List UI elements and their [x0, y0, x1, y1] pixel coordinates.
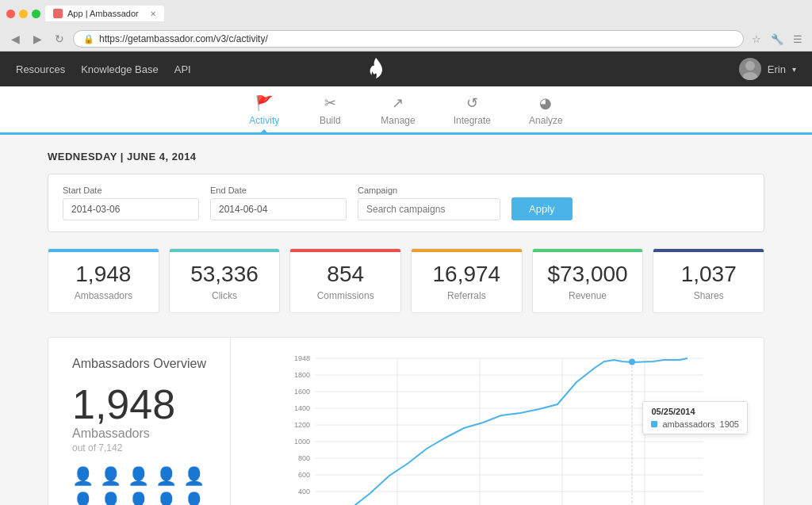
app-container: Resources Knowledge Base API Erin ▾ 🚩 Ac… [0, 52, 812, 505]
nav-tabs: 🚩 Activity ✂ Build ↗ Manage ↺ Integrate … [230, 86, 581, 132]
minimize-dot[interactable] [19, 10, 28, 18]
apply-button[interactable]: Apply [511, 197, 573, 220]
end-date-input[interactable] [210, 198, 347, 220]
user-avatar [739, 58, 761, 80]
tab-activity-label: Activity [249, 115, 279, 126]
url-text: https://getambassador.com/v3/c/activity/ [99, 33, 268, 44]
start-date-field: Start Date [63, 186, 199, 220]
start-date-input[interactable] [63, 198, 199, 220]
date-header: WEDNESDAY | JUNE 4, 2014 [48, 151, 764, 163]
stats-row: 1,948 Ambassadors 53,336 Clicks 854 Comm… [48, 248, 764, 313]
forward-button[interactable]: ▶ [29, 30, 46, 48]
ambassadors-value: 1,948 [58, 262, 149, 287]
top-nav: Resources Knowledge Base API Erin ▾ [0, 52, 812, 86]
integrate-icon: ↺ [466, 94, 478, 112]
svg-text:1800: 1800 [294, 371, 310, 379]
end-date-label: End Date [210, 186, 347, 195]
refresh-button[interactable]: ↻ [51, 30, 68, 48]
tab-favicon [53, 9, 63, 18]
knowledge-base-link[interactable]: Knowledge Base [81, 63, 159, 75]
back-button[interactable]: ◀ [6, 30, 24, 48]
person-icon-9: 👤 [155, 492, 177, 505]
tab-title: App | Ambassador [67, 9, 139, 18]
svg-text:1200: 1200 [294, 421, 310, 429]
browser-chrome: App | Ambassador ✕ ◀ ▶ ↻ 🔒 https://getam… [0, 0, 812, 52]
svg-point-34 [629, 359, 635, 365]
browser-toolbar: ◀ ▶ ↻ 🔒 https://getambassador.com/v3/c/a… [0, 27, 812, 51]
stat-ambassadors: 1,948 Ambassadors [48, 248, 159, 313]
extensions-button[interactable]: 🔧 [769, 31, 785, 47]
new-tab-button[interactable] [172, 5, 196, 22]
stat-revenue: $73,000 Revenue [532, 248, 644, 313]
maximize-dot[interactable] [32, 10, 40, 18]
activity-icon: 🚩 [255, 94, 273, 112]
campaign-field: Campaign [358, 186, 500, 220]
overview-left: Ambassadors Overview 1,948 Ambassadors o… [48, 338, 231, 505]
person-icon-4: 👤 [155, 466, 177, 487]
stat-referrals: 16,974 Referrals [411, 248, 523, 313]
campaign-input[interactable] [358, 198, 500, 220]
menu-button[interactable]: ☰ [790, 31, 806, 47]
person-icon-7: 👤 [100, 492, 121, 505]
tab-integrate[interactable]: ↺ Integrate [435, 86, 510, 132]
person-icon-6: 👤 [72, 492, 94, 505]
tooltip-value: 1905 [720, 419, 739, 429]
tab-close-button[interactable]: ✕ [150, 10, 156, 18]
svg-text:1400: 1400 [294, 404, 310, 412]
analyze-icon: ◕ [539, 94, 552, 112]
referrals-label: Referrals [421, 290, 512, 301]
stat-shares: 1,037 Shares [653, 248, 764, 313]
stat-commissions: 854 Commissions [289, 248, 401, 313]
user-menu[interactable]: Erin ▾ [739, 58, 796, 80]
start-date-label: Start Date [63, 186, 199, 195]
commissions-label: Commissions [300, 290, 391, 301]
stat-clicks: 53,336 Clicks [169, 248, 281, 313]
shares-value: 1,037 [663, 262, 754, 287]
commissions-value: 854 [300, 262, 391, 287]
svg-text:1000: 1000 [294, 438, 310, 446]
campaign-label: Campaign [358, 186, 500, 195]
user-chevron-icon: ▾ [792, 65, 796, 74]
user-name: Erin [768, 63, 786, 75]
url-bar[interactable]: 🔒 https://getambassador.com/v3/c/activit… [73, 30, 744, 48]
ssl-icon: 🔒 [83, 34, 94, 44]
tab-analyze[interactable]: ◕ Analyze [510, 86, 582, 132]
overview-sub-label: Ambassadors [72, 427, 206, 441]
main-nav: 🚩 Activity ✂ Build ↗ Manage ↺ Integrate … [0, 86, 812, 135]
browser-tab[interactable]: App | Ambassador ✕ [45, 6, 164, 21]
person-icon-1: 👤 [72, 466, 94, 487]
tooltip-date: 05/25/2014 [651, 407, 739, 416]
clicks-value: 53,336 [179, 262, 270, 287]
manage-icon: ↗ [392, 94, 404, 112]
star-button[interactable]: ☆ [749, 31, 764, 47]
overview-big-number: 1,948 [72, 384, 206, 425]
overview-section: Ambassadors Overview 1,948 Ambassadors o… [48, 337, 764, 505]
svg-point-0 [745, 61, 755, 71]
overview-title: Ambassadors Overview [72, 357, 206, 371]
tab-build-label: Build [320, 115, 341, 126]
svg-point-1 [742, 72, 758, 80]
close-dot[interactable] [6, 10, 15, 18]
page-content: WEDNESDAY | JUNE 4, 2014 Start Date End … [0, 135, 812, 505]
brand-logo [368, 58, 384, 81]
svg-text:600: 600 [298, 471, 310, 479]
revenue-label: Revenue [542, 290, 634, 301]
person-icon-10: 👤 [183, 492, 205, 505]
api-link[interactable]: API [174, 63, 191, 75]
end-date-field: End Date [210, 186, 347, 220]
people-icons: 👤 👤 👤 👤 👤 👤 👤 👤 👤 👤 [72, 466, 206, 505]
top-nav-links: Resources Knowledge Base API [16, 63, 191, 75]
tab-build[interactable]: ✂ Build [298, 86, 362, 132]
svg-text:1948: 1948 [294, 354, 310, 362]
overview-total-label: out of 7,142 [72, 442, 206, 453]
svg-text:800: 800 [298, 454, 310, 462]
tab-manage[interactable]: ↗ Manage [362, 86, 434, 132]
tab-manage-label: Manage [381, 115, 415, 126]
referrals-value: 16,974 [421, 262, 512, 287]
tooltip-dot [651, 421, 657, 427]
filter-bar: Start Date End Date Campaign Apply [48, 174, 764, 232]
active-people-row: 👤 👤 👤 👤 👤 [72, 466, 206, 487]
resources-link[interactable]: Resources [16, 63, 65, 75]
tab-activity[interactable]: 🚩 Activity [230, 86, 298, 132]
shares-label: Shares [663, 290, 754, 301]
